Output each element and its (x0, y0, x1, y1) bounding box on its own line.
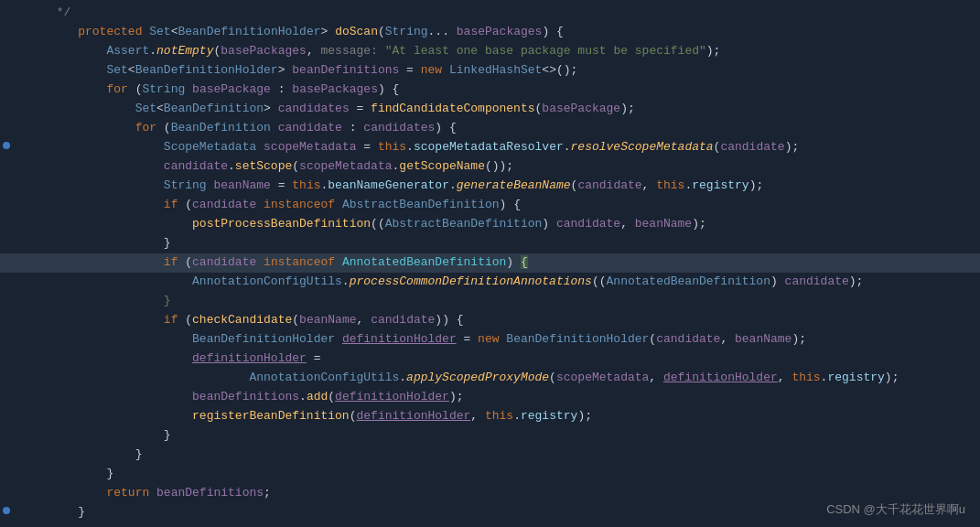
gutter-icon (0, 141, 13, 156)
code-text: ScopeMetadata scopeMetadata = this.scope… (42, 138, 980, 157)
code-text: candidate.setScope(scopeMetadata.getScop… (42, 157, 980, 177)
code-line: beanDefinitions.add(definitionHolder); (0, 388, 980, 407)
code-text: AnnotationConfigUtils.applyScopedProxyMo… (42, 369, 980, 388)
code-line: } (0, 446, 980, 465)
code-text: Set<BeanDefinition> candidates = findCan… (42, 100, 980, 119)
code-line: String beanName = this.beanNameGenerator… (0, 177, 980, 196)
code-text: registerBeanDefinition(definitionHolder,… (42, 407, 980, 426)
code-text: Assert.notEmpty(basePackages, message: "… (42, 42, 980, 61)
code-line: if (checkCandidate(beanName, candidate))… (0, 311, 980, 330)
code-line: BeanDefinitionHolder definitionHolder = … (0, 330, 980, 350)
code-line: Set<BeanDefinition> candidates = findCan… (0, 100, 980, 119)
code-text: for (String basePackage : basePackages) … (42, 81, 980, 100)
code-line: } (0, 292, 980, 311)
gutter-icon (0, 506, 13, 521)
code-line: if (candidate instanceof AbstractBeanDef… (0, 196, 980, 215)
code-line: } (0, 234, 980, 253)
code-text: String beanName = this.beanNameGenerator… (42, 177, 980, 196)
code-text: } (42, 292, 980, 311)
code-line: } (0, 465, 980, 484)
code-line: ScopeMetadata scopeMetadata = this.scope… (0, 138, 980, 157)
code-line: candidate.setScope(scopeMetadata.getScop… (0, 157, 980, 177)
code-text: } (42, 426, 980, 446)
code-line: AnnotationConfigUtils.processCommonDefin… (0, 273, 980, 292)
code-text: Set<BeanDefinitionHolder> beanDefinition… (42, 61, 980, 81)
code-text: */ (42, 4, 980, 23)
code-line: } (0, 426, 980, 446)
code-text: } (42, 446, 980, 465)
code-line: definitionHolder = (0, 350, 980, 369)
code-text: for (BeanDefinition candidate : candidat… (42, 119, 980, 138)
code-line: for (String basePackage : basePackages) … (0, 81, 980, 100)
code-text: if (candidate instanceof AnnotatedBeanDe… (42, 253, 980, 273)
code-line: postProcessBeanDefinition((AbstractBeanD… (0, 215, 980, 234)
code-text: protected Set<BeanDefinitionHolder> doSc… (42, 23, 980, 42)
code-line: */ (0, 4, 980, 23)
watermark: CSDN @大千花花世界啊u (826, 500, 965, 520)
code-line-highlighted: if (candidate instanceof AnnotatedBeanDe… (0, 253, 980, 273)
code-line: Assert.notEmpty(basePackages, message: "… (0, 42, 980, 61)
code-text: if (candidate instanceof AbstractBeanDef… (42, 196, 980, 215)
code-editor: */ protected Set<BeanDefinitionHolder> d… (0, 0, 980, 527)
code-line: registerBeanDefinition(definitionHolder,… (0, 407, 980, 426)
code-text: definitionHolder = (42, 350, 980, 369)
code-line: for (BeanDefinition candidate : candidat… (0, 119, 980, 138)
code-text: BeanDefinitionHolder definitionHolder = … (42, 330, 980, 350)
code-text: AnnotationConfigUtils.processCommonDefin… (42, 273, 980, 292)
svg-point-0 (3, 142, 10, 149)
code-text: postProcessBeanDefinition((AbstractBeanD… (42, 215, 980, 234)
code-text: if (checkCandidate(beanName, candidate))… (42, 311, 980, 330)
code-line: protected Set<BeanDefinitionHolder> doSc… (0, 23, 980, 42)
code-text: } (42, 465, 980, 484)
svg-point-1 (3, 507, 10, 514)
code-text: } (42, 234, 980, 253)
code-line: AnnotationConfigUtils.applyScopedProxyMo… (0, 369, 980, 388)
code-line: Set<BeanDefinitionHolder> beanDefinition… (0, 61, 980, 81)
code-text: beanDefinitions.add(definitionHolder); (42, 388, 980, 407)
